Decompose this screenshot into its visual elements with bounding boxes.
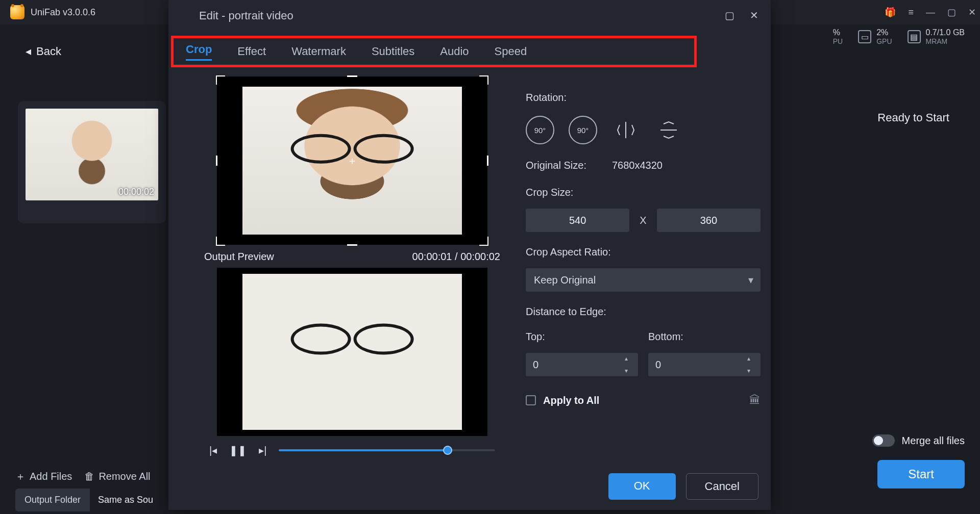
edit-tabs: Crop Effect Watermark Subtitles Audio Sp… <box>171 36 697 67</box>
crop-source-preview[interactable]: ＋ <box>217 76 487 245</box>
player-controls: |◂ ❚❚ ▸| <box>209 444 495 456</box>
rotate-cw-icon[interactable]: 90° <box>526 116 554 144</box>
chevron-down-icon[interactable]: ▾ <box>625 367 634 374</box>
bottom-spinner[interactable]: 0▴▾ <box>648 353 761 376</box>
preview-time: 00:00:01 / 00:00:02 <box>412 251 500 263</box>
crop-edge-top[interactable] <box>347 75 357 77</box>
original-size-label: Original Size: <box>526 160 586 171</box>
crop-edge-bottom[interactable] <box>347 244 357 246</box>
thumb-timestamp: 00:00:02 <box>118 187 154 197</box>
bottom-label: Bottom: <box>648 331 683 342</box>
close-button[interactable]: ✕ <box>968 7 976 18</box>
crop-edge-right[interactable] <box>487 156 488 166</box>
add-files-label: Add Files <box>30 471 72 482</box>
hamburger-icon[interactable]: ≡ <box>908 7 914 18</box>
bottom-value: 0 <box>655 359 661 371</box>
app-title: UniFab v3.0.0.6 <box>31 7 95 18</box>
dialog-maximize-button[interactable]: ▢ <box>725 9 734 21</box>
apply-all-checkbox[interactable] <box>526 395 536 405</box>
top-label: Top: <box>526 331 545 342</box>
gift-icon[interactable]: 🎁 <box>885 7 896 18</box>
back-label: Back <box>36 45 61 58</box>
status-ready: Ready to Start <box>877 111 949 124</box>
glasses-icon <box>291 324 414 349</box>
tab-watermark[interactable]: Watermark <box>291 45 346 58</box>
crop-center-icon[interactable]: ＋ <box>347 154 357 168</box>
flip-horizontal-icon[interactable] <box>611 116 640 144</box>
dialog-close-button[interactable]: ✕ <box>750 9 758 21</box>
cancel-button[interactable]: Cancel <box>686 473 758 500</box>
pause-button[interactable]: ❚❚ <box>229 444 247 456</box>
aspect-ratio-value: Keep Original <box>534 274 596 286</box>
minimize-button[interactable]: — <box>926 7 935 18</box>
start-button[interactable]: Start <box>877 460 965 489</box>
crop-height-input[interactable]: 360 <box>657 209 761 232</box>
seek-knob[interactable] <box>443 446 452 455</box>
apply-all-label: Apply to All <box>543 395 599 406</box>
chevron-up-icon[interactable]: ▴ <box>625 355 634 362</box>
output-folder-path: Same as Sou <box>90 489 161 511</box>
ok-button[interactable]: OK <box>608 473 676 500</box>
tab-crop[interactable]: Crop <box>186 43 212 61</box>
aspect-ratio-label: Crop Aspect Ratio: <box>526 246 761 258</box>
app-logo-icon <box>10 5 24 19</box>
add-files-button[interactable]: ＋ Add Files <box>15 470 72 483</box>
merge-toggle[interactable] <box>872 434 895 447</box>
tab-subtitles[interactable]: Subtitles <box>372 45 414 58</box>
crop-edge-left[interactable] <box>216 156 217 166</box>
edit-dialog: Edit - portrait video ▢ ✕ Crop Effect Wa… <box>168 0 771 510</box>
crop-size-label: Crop Size: <box>526 187 761 198</box>
output-preview <box>217 268 487 436</box>
tab-audio[interactable]: Audio <box>440 45 469 58</box>
merge-label: Merge all files <box>902 435 965 447</box>
aspect-ratio-select[interactable]: Keep Original <box>526 268 761 292</box>
rotation-label: Rotation: <box>526 92 761 104</box>
top-spinner[interactable]: 0▴▾ <box>526 353 638 376</box>
output-folder-button[interactable]: Output Folder <box>15 489 90 511</box>
chevron-down-icon[interactable]: ▾ <box>747 367 756 374</box>
top-value: 0 <box>533 359 538 371</box>
remove-all-label: Remove All <box>99 471 150 482</box>
chevron-up-icon[interactable]: ▴ <box>747 355 756 362</box>
seek-slider[interactable] <box>279 449 495 451</box>
crop-handle-tl[interactable] <box>216 75 225 85</box>
crop-width-input[interactable]: 540 <box>526 209 629 232</box>
next-frame-button[interactable]: ▸| <box>259 444 266 456</box>
tab-speed[interactable]: Speed <box>495 45 527 58</box>
prev-frame-button[interactable]: |◂ <box>209 444 217 456</box>
maximize-button[interactable]: ▢ <box>947 7 956 18</box>
reset-icon[interactable]: 🏛 <box>749 394 761 407</box>
rotate-ccw-icon[interactable]: 90° <box>569 116 597 144</box>
distance-edge-label: Distance to Edge: <box>526 306 761 318</box>
crop-handle-bl[interactable] <box>216 237 225 246</box>
original-size-value: 7680x4320 <box>612 160 663 171</box>
tab-effect[interactable]: Effect <box>237 45 266 58</box>
remove-all-button[interactable]: 🗑 Remove All <box>84 471 150 482</box>
crop-x-separator: X <box>640 215 646 226</box>
back-button[interactable]: ◂ Back <box>26 45 61 58</box>
crop-handle-br[interactable] <box>479 237 488 246</box>
video-thumbnail: 00:00:02 <box>26 109 158 200</box>
flip-vertical-icon[interactable] <box>654 116 683 144</box>
output-preview-label: Output Preview <box>204 251 274 263</box>
crop-handle-tr[interactable] <box>479 75 488 85</box>
dialog-title: Edit - portrait video <box>199 9 293 22</box>
video-card[interactable]: 00:00:02 <box>18 101 166 223</box>
